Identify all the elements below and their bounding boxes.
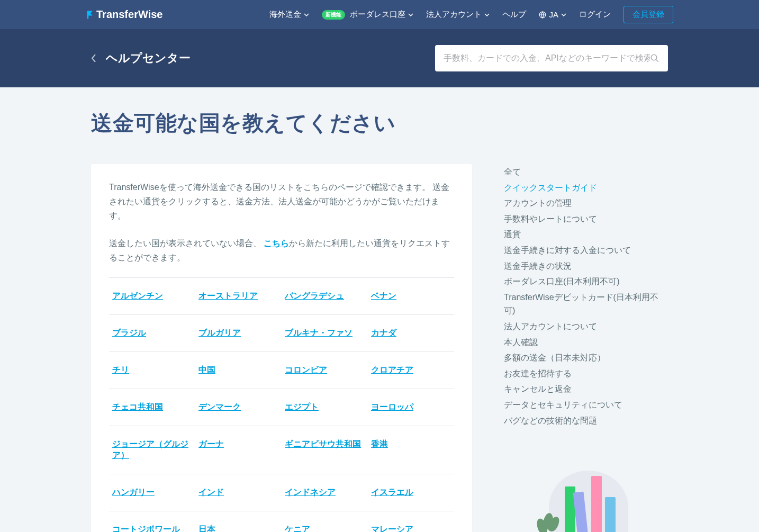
country-cell: ガーナ: [195, 426, 282, 474]
country-link[interactable]: コートジボワール: [112, 525, 180, 532]
country-link[interactable]: ガーナ: [198, 439, 224, 448]
nav-help-label: ヘルプ: [502, 10, 526, 20]
country-link[interactable]: ブラジル: [112, 328, 146, 337]
country-link[interactable]: 日本: [198, 525, 215, 532]
search-icon: [650, 53, 659, 63]
country-cell: インドネシア: [282, 474, 368, 511]
new-feature-badge: 新機能: [322, 10, 345, 20]
country-link[interactable]: チリ: [112, 365, 129, 374]
country-link[interactable]: 中国: [198, 365, 215, 374]
request-currency-link[interactable]: こちら: [264, 239, 289, 248]
sidebar-item[interactable]: クイックスタートガイド: [504, 180, 668, 196]
nav-borderless[interactable]: 新機能 ボーダレス口座: [322, 10, 413, 20]
table-row: ブラジルブルガリアブルキナ・ファソカナダ: [109, 314, 454, 351]
country-cell: エジプト: [282, 389, 368, 426]
sidebar-item[interactable]: 手数料やレートについて: [504, 211, 668, 227]
sidebar-item[interactable]: アカウントの管理: [504, 195, 668, 211]
breadcrumb[interactable]: ヘルプセンター: [91, 50, 191, 66]
table-row: ジョージア（グルジア）ガーナギニアビサウ共和国香港: [109, 426, 454, 474]
signup-button[interactable]: 会員登録: [624, 6, 673, 23]
top-navbar: TransferWise 海外送金 新機能 ボーダレス口座 法人アカウント ヘル…: [0, 0, 759, 29]
nav-business[interactable]: 法人アカウント: [426, 10, 490, 20]
country-cell: オーストラリア: [195, 277, 282, 314]
country-link[interactable]: オーストラリア: [198, 291, 258, 300]
country-link[interactable]: コロンビア: [285, 365, 327, 374]
sidebar-item[interactable]: 法人アカウントについて: [504, 319, 668, 335]
country-cell: ヨーロッパ: [368, 389, 454, 426]
country-link[interactable]: ギニアビサウ共和国: [285, 439, 361, 448]
country-cell: チェコ共和国: [109, 389, 195, 426]
chevron-down-icon: [484, 13, 490, 16]
nav-login[interactable]: ログイン: [579, 10, 611, 20]
sidebar-item[interactable]: 本人確認: [504, 335, 668, 350]
nav-borderless-label: ボーダレス口座: [350, 10, 405, 20]
sidebar-item[interactable]: お友達を招待する: [504, 366, 668, 382]
page-title: 送金可能な国を教えてください: [91, 109, 668, 138]
intro-paragraph-2: 送金したい国が表示されていない場合、 こちらから新たに利用したい通貨をリクエスト…: [109, 236, 454, 265]
country-cell: 日本: [195, 511, 282, 532]
decorative-illustration: [528, 465, 644, 532]
country-link[interactable]: カナダ: [371, 328, 396, 337]
country-cell: マレーシア: [368, 511, 454, 532]
country-link[interactable]: クロアチア: [371, 365, 413, 374]
country-link[interactable]: ケニア: [285, 525, 310, 532]
country-cell: バングラデシュ: [282, 277, 368, 314]
country-link[interactable]: エジプト: [285, 402, 319, 411]
country-cell: 香港: [368, 426, 454, 474]
sidebar-item[interactable]: 多額の送金（日本未対応）: [504, 350, 668, 366]
country-link[interactable]: デンマーク: [198, 402, 241, 411]
country-link[interactable]: ブルガリア: [198, 328, 241, 337]
nav-help[interactable]: ヘルプ: [502, 10, 526, 20]
sidebar-item[interactable]: 全て: [504, 164, 668, 180]
country-link[interactable]: インド: [198, 488, 224, 497]
country-cell: ブルガリア: [195, 314, 282, 351]
country-link[interactable]: 香港: [371, 439, 388, 448]
chevron-down-icon: [408, 13, 413, 16]
chevron-down-icon: [561, 13, 566, 16]
country-link[interactable]: バングラデシュ: [285, 291, 344, 300]
search-box[interactable]: [435, 45, 668, 71]
brand-logo[interactable]: TransferWise: [86, 8, 162, 21]
article-card: TransferWiseを使って海外送金できる国のリストをこちらのページで確認で…: [91, 164, 472, 532]
breadcrumb-title: ヘルプセンター: [106, 50, 191, 66]
country-cell: ベナン: [368, 277, 454, 314]
country-link[interactable]: ジョージア（グルジア）: [112, 439, 188, 459]
sidebar-item[interactable]: 通貨: [504, 227, 668, 242]
country-cell: クロアチア: [368, 351, 454, 389]
country-link[interactable]: インドネシア: [285, 488, 336, 497]
country-link[interactable]: ベナン: [371, 291, 396, 300]
intro-paragraph-1: TransferWiseを使って海外送金できる国のリストをこちらのページで確認で…: [109, 180, 454, 223]
country-cell: アルゼンチン: [109, 277, 195, 314]
sidebar-item[interactable]: ボーダレス口座(日本利用不可): [504, 274, 668, 290]
sidebar-item[interactable]: 送金手続きに対する入金について: [504, 242, 668, 258]
sidebar-item[interactable]: データとセキュリティについて: [504, 397, 668, 413]
country-cell: コロンビア: [282, 351, 368, 389]
nav-send-money[interactable]: 海外送金: [269, 10, 309, 20]
chevron-down-icon: [304, 13, 309, 16]
country-link[interactable]: イスラエル: [371, 488, 413, 497]
country-link[interactable]: ハンガリー: [112, 488, 155, 497]
sidebar-item[interactable]: バグなどの技術的な問題: [504, 413, 668, 429]
country-link[interactable]: ヨーロッパ: [371, 402, 413, 411]
sidebar-item[interactable]: 送金手続きの状況: [504, 258, 668, 274]
country-cell: ジョージア（グルジア）: [109, 426, 195, 474]
sidebar-item[interactable]: TransferWiseデビットカード(日本利用不可): [504, 290, 668, 319]
table-row: アルゼンチンオーストラリアバングラデシュベナン: [109, 277, 454, 314]
country-cell: インド: [195, 474, 282, 511]
country-link[interactable]: チェコ共和国: [112, 402, 163, 411]
country-cell: ブルキナ・ファソ: [282, 314, 368, 351]
search-input[interactable]: [444, 53, 650, 63]
nav-language[interactable]: JA: [539, 10, 566, 19]
country-cell: ブラジル: [109, 314, 195, 351]
sidebar-item[interactable]: キャンセルと返金: [504, 381, 668, 397]
globe-icon: [539, 11, 546, 19]
country-cell: イスラエル: [368, 474, 454, 511]
svg-point-1: [651, 55, 657, 60]
nav-business-label: 法人アカウント: [426, 10, 482, 20]
country-table: アルゼンチンオーストラリアバングラデシュベナンブラジルブルガリアブルキナ・ファソ…: [109, 277, 454, 532]
country-link[interactable]: ブルキナ・ファソ: [285, 328, 353, 337]
table-row: チリ中国コロンビアクロアチア: [109, 351, 454, 389]
country-link[interactable]: アルゼンチン: [112, 291, 163, 300]
country-link[interactable]: マレーシア: [371, 525, 413, 532]
category-sidebar: 全てクイックスタートガイドアカウントの管理手数料やレートについて通貨送金手続きに…: [504, 164, 668, 532]
